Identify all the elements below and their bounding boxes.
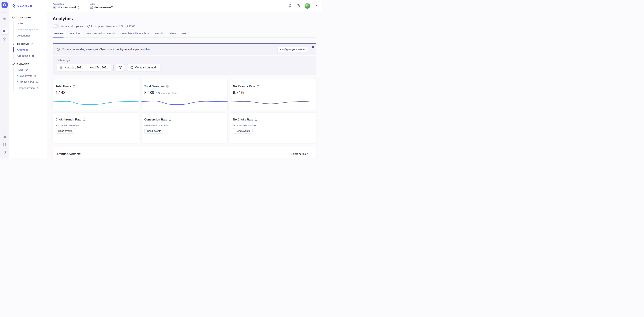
- last-update-text: Last update: November 18th, at 17:05: [91, 25, 135, 28]
- sidebar-item-analytics[interactable]: Analytics: [17, 47, 47, 53]
- send-events-button[interactable]: Send events: [56, 128, 75, 134]
- nav-section-title: OBSERVE: [17, 43, 29, 45]
- application-dropdown[interactable]: D2 docusaurus-2: [52, 6, 79, 9]
- tab-geo[interactable]: Geo: [182, 32, 187, 35]
- main-area: Application D2 docusaurus-2 Index: [47, 0, 322, 158]
- close-icon[interactable]: [311, 46, 314, 48]
- gear-icon[interactable]: [3, 150, 6, 154]
- date-range-panel: Date range Nov 11th, 2021 | Nov 17th, 20…: [52, 56, 316, 75]
- sidebar-item-ab-testing[interactable]: A/B Testing: [17, 53, 47, 59]
- nav-head-configure[interactable]: CONFIGURE: [12, 16, 47, 19]
- conversion-rate-card: Conversion Rate No tracked searches Send…: [141, 112, 228, 143]
- rail-bottom-icons: [3, 135, 6, 154]
- info-icon[interactable]: [166, 85, 169, 88]
- gear-icon: [12, 16, 15, 19]
- tab-searches-without-clicks[interactable]: Searches without Clicks: [121, 32, 149, 35]
- toggle-off-icon: ✕: [56, 25, 58, 27]
- info-icon[interactable]: [83, 118, 86, 121]
- help-icon[interactable]: ?: [296, 4, 300, 8]
- star-icon[interactable]: [34, 75, 36, 77]
- date-range-picker[interactable]: Nov 11th, 2021 | Nov 17th, 2021: [56, 64, 111, 71]
- app-window: SEARCH CONFIGURE Index Query Suggestions…: [0, 0, 322, 158]
- filter-button[interactable]: [116, 64, 125, 71]
- total-searches-card: Total Searches 3,488 3 Searches / Users: [141, 79, 228, 110]
- nav-head-observe[interactable]: OBSERVE: [12, 43, 47, 45]
- search-icon[interactable]: [1, 28, 8, 34]
- date-range-start: Nov 11th, 2021: [64, 66, 83, 69]
- nav-section-enhance: ENHANCE Rules AI Synonyms AI Re-Ranking: [12, 63, 47, 91]
- banner-message-row: You are not sending events yet. Check ho…: [56, 48, 152, 51]
- metric-cards-row: Total Users 1,148 Total Searches: [52, 79, 316, 110]
- sidebar-item-ai-synonyms[interactable]: AI Synonyms: [17, 73, 47, 79]
- card-value: 3,488: [144, 90, 154, 95]
- index-dropdown[interactable]: docusaurus-2: [90, 6, 116, 9]
- star-icon[interactable]: [36, 81, 38, 83]
- play-circle-icon: [130, 66, 134, 69]
- sidebar-item-index[interactable]: Index: [17, 20, 47, 26]
- select-series-button[interactable]: Select series: [288, 151, 312, 157]
- toggle-knob: [53, 25, 56, 28]
- analytics-tabs: Overview Searches Searches without Resul…: [52, 32, 316, 38]
- sidebar-item-ai-re-ranking[interactable]: AI Re-Ranking: [17, 79, 47, 85]
- chevron-down-icon: [34, 17, 36, 18]
- comparison-mode-button[interactable]: Comparison mode: [127, 64, 160, 71]
- nav-section-configure: CONFIGURE Index Query Suggestions Dictio…: [12, 16, 47, 39]
- card-title: Click-through Rate: [56, 118, 81, 121]
- calendar-icon: [60, 66, 63, 69]
- tab-filters[interactable]: Filters: [169, 32, 176, 35]
- database-icon[interactable]: [3, 142, 6, 146]
- comparison-mode-label: Comparison mode: [135, 66, 157, 69]
- bar-chart-icon[interactable]: [3, 135, 6, 138]
- include-replicas-toggle[interactable]: ✕: [52, 24, 59, 28]
- star-icon[interactable]: [25, 68, 28, 71]
- rail-divider: [2, 12, 7, 12]
- sidebar-item-label: A/B Testing: [17, 54, 30, 57]
- tab-overview[interactable]: Overview: [52, 32, 64, 35]
- svg-text:?: ?: [298, 5, 299, 7]
- info-icon[interactable]: [72, 85, 75, 88]
- tab-results[interactable]: Results: [155, 32, 164, 35]
- no-results-rate-card: No Results Rate 6.74%: [230, 79, 316, 110]
- star-icon[interactable]: [32, 54, 34, 57]
- configure-events-button[interactable]: Configure your events: [278, 47, 308, 52]
- info-icon[interactable]: [254, 118, 257, 121]
- sidebar-item-query-suggestions[interactable]: Query Suggestions: [17, 26, 47, 32]
- home-icon[interactable]: [3, 16, 6, 20]
- star-icon[interactable]: [36, 87, 39, 90]
- info-icon: [56, 48, 60, 51]
- sidebar-item-personalization[interactable]: Personalization: [17, 85, 47, 91]
- lightbulb-icon[interactable]: [3, 37, 6, 41]
- nav-head-enhance[interactable]: ENHANCE: [12, 63, 47, 66]
- logo[interactable]: SEARCH: [9, 0, 47, 12]
- send-events-button[interactable]: Send events: [233, 128, 252, 134]
- send-events-button[interactable]: Send events: [144, 128, 164, 134]
- card-value: 6.74%: [233, 90, 244, 95]
- card-title: No Results Rate: [233, 85, 255, 88]
- info-icon[interactable]: [256, 85, 259, 88]
- sidebar-item-label: Query Suggestions: [17, 28, 39, 31]
- bell-icon[interactable]: [288, 4, 292, 8]
- total-users-card: Total Users 1,148: [52, 79, 139, 110]
- chevron-down-icon: [31, 64, 33, 65]
- sidebar-item-label: Analytics: [17, 48, 28, 51]
- nav-section-title: CONFIGURE: [17, 16, 32, 19]
- chevron-down-icon: [31, 44, 33, 45]
- card-status: No tracked searches: [230, 124, 316, 127]
- sidebar-item-dictionaries[interactable]: Dictionaries: [17, 32, 47, 39]
- sidebar-item-label: Rules: [17, 68, 24, 71]
- include-replicas-label: Include all replicas: [61, 25, 83, 28]
- select-series-label: Select series: [291, 152, 306, 156]
- card-title: No Clicks Rate: [233, 118, 253, 121]
- info-icon[interactable]: [169, 118, 172, 121]
- timer-icon[interactable]: [2, 2, 8, 8]
- tab-searches-without-results[interactable]: Searches without Results: [86, 32, 116, 35]
- sidebar-item-rules[interactable]: Rules: [17, 67, 47, 73]
- sidebar-nav: CONFIGURE Index Query Suggestions Dictio…: [9, 12, 47, 95]
- chevron-down-icon[interactable]: [314, 5, 317, 6]
- application-value: docusaurus-2: [58, 6, 76, 9]
- avatar[interactable]: [304, 3, 310, 9]
- funnel-icon: [119, 66, 122, 69]
- application-label: Application: [52, 3, 79, 5]
- banner-message: You are not sending events yet. Check ho…: [62, 48, 152, 51]
- tab-searches[interactable]: Searches: [69, 32, 80, 35]
